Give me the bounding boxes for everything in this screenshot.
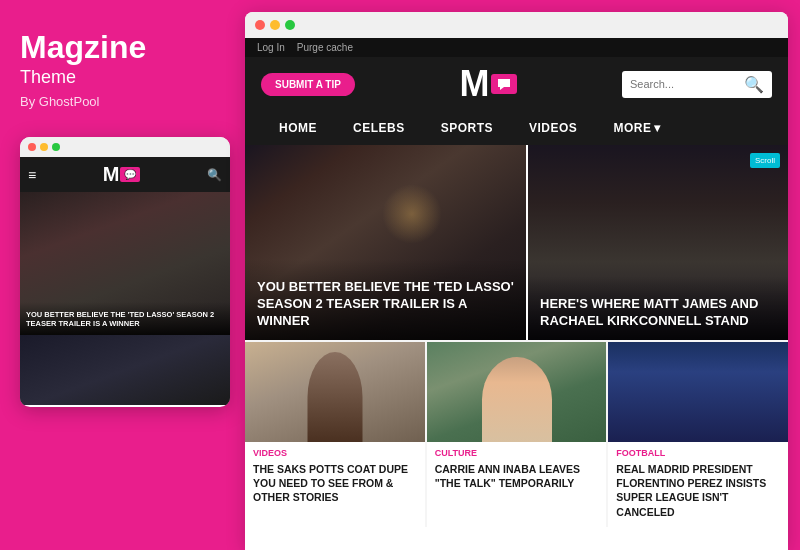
topbar-login[interactable]: Log In [257, 42, 285, 53]
browser-chrome-bar [245, 12, 788, 38]
card-3-players [608, 342, 788, 442]
browser-dot-yellow [270, 20, 280, 30]
site-logo: M [459, 63, 517, 105]
site-navigation: HOME CELEBS SPORTS VIDEOS MORE ▾ [245, 111, 788, 145]
mini-dot-yellow [40, 143, 48, 151]
card-1-body: VIDEOS THE SAKS POTTS COAT DUPE YOU NEED… [245, 442, 425, 513]
hero-section: YOU BETTER BELIEVE THE 'TED LASSO' SEASO… [245, 145, 788, 340]
card-2[interactable]: CULTURE CARRIE ANN INABA LEAVES "THE TAL… [427, 342, 607, 527]
card-1-category: VIDEOS [253, 448, 417, 458]
main-browser: Log In Purge cache SUBMIT A TIP M [245, 12, 788, 550]
hero-left-article[interactable]: YOU BETTER BELIEVE THE 'TED LASSO' SEASO… [245, 145, 526, 340]
mini-hero-image: YOU BETTER BELIEVE THE 'TED LASSO' SEASO… [20, 192, 230, 335]
mini-second-overlay [20, 397, 230, 405]
mini-site: ≡ M 💬 🔍 YOU BETTER BELIEVE THE 'TED LASS… [20, 157, 230, 405]
mini-logo-letter: M [103, 163, 120, 186]
card-1-title: THE SAKS POTTS COAT DUPE YOU NEED TO SEE… [253, 462, 417, 505]
brand-title: Magzine [20, 30, 225, 65]
mini-second-image [20, 335, 230, 405]
player-figure-4 [721, 378, 739, 438]
site-topbar: Log In Purge cache [245, 38, 788, 57]
card-2-title: CARRIE ANN INABA LEAVES "THE TALK" TEMPO… [435, 462, 599, 490]
mini-logo-chat-icon: 💬 [120, 167, 140, 182]
player-figure-1 [658, 378, 676, 438]
mini-logo: M 💬 [103, 163, 141, 186]
topbar-purge[interactable]: Purge cache [297, 42, 353, 53]
browser-dot-red [255, 20, 265, 30]
mini-nav: ≡ M 💬 🔍 [20, 157, 230, 192]
card-3-body: FOOTBALL REAL MADRID PRESIDENT FLORENTIN… [608, 442, 788, 527]
nav-sports[interactable]: SPORTS [423, 111, 511, 145]
nav-celebs[interactable]: CELEBS [335, 111, 423, 145]
logo-letter-m: M [459, 63, 489, 105]
hero-right-title: HERE'S WHERE MATT JAMES AND RACHAEL KIRK… [540, 296, 776, 330]
logo-chat-icon [491, 74, 517, 94]
brand-by: By GhostPool [20, 94, 225, 109]
mini-search-icon: 🔍 [207, 168, 222, 182]
search-icon: 🔍 [744, 75, 764, 94]
card-1[interactable]: VIDEOS THE SAKS POTTS COAT DUPE YOU NEED… [245, 342, 425, 527]
card-2-category: CULTURE [435, 448, 599, 458]
mini-dot-green [52, 143, 60, 151]
card-3[interactable]: FOOTBALL REAL MADRID PRESIDENT FLORENTIN… [608, 342, 788, 527]
hero-left-overlay: YOU BETTER BELIEVE THE 'TED LASSO' SEASO… [245, 259, 526, 340]
search-input[interactable] [630, 78, 738, 90]
mini-hero-title: YOU BETTER BELIEVE THE 'TED LASSO' SEASO… [26, 310, 224, 330]
card-3-category: FOOTBALL [616, 448, 780, 458]
site-header: Log In Purge cache SUBMIT A TIP M [245, 38, 788, 145]
search-box[interactable]: 🔍 [622, 71, 772, 98]
hero-badge: Scroll [750, 153, 780, 168]
card-3-image [608, 342, 788, 442]
topbar-links: Log In Purge cache [257, 42, 353, 53]
mini-hamburger-icon: ≡ [28, 167, 36, 183]
submit-tip-button[interactable]: SUBMIT A TIP [261, 73, 355, 96]
site-header-main: SUBMIT A TIP M 🔍 [245, 57, 788, 111]
mini-browser-preview: ≡ M 💬 🔍 YOU BETTER BELIEVE THE 'TED LASS… [20, 137, 230, 407]
hero-right-article[interactable]: Scroll HERE'S WHERE MATT JAMES AND RACHA… [528, 145, 788, 340]
mini-browser-bar [20, 137, 230, 157]
player-figure-2 [679, 378, 697, 438]
nav-home[interactable]: HOME [261, 111, 335, 145]
card-1-image [245, 342, 425, 442]
mini-hero-overlay: YOU BETTER BELIEVE THE 'TED LASSO' SEASO… [20, 302, 230, 336]
card-2-body: CULTURE CARRIE ANN INABA LEAVES "THE TAL… [427, 442, 607, 498]
hero-left-title: YOU BETTER BELIEVE THE 'TED LASSO' SEASO… [257, 279, 514, 330]
nav-more[interactable]: MORE ▾ [595, 111, 679, 145]
left-panel: Magzine Theme By GhostPool ≡ M 💬 🔍 YOU B… [0, 0, 245, 550]
player-figure-3 [700, 378, 718, 438]
brand-subtitle: Theme [20, 67, 225, 88]
mini-dot-red [28, 143, 36, 151]
chevron-down-icon: ▾ [654, 121, 661, 135]
browser-site-content: Log In Purge cache SUBMIT A TIP M [245, 38, 788, 550]
browser-dot-green [285, 20, 295, 30]
card-3-title: REAL MADRID PRESIDENT FLORENTINO PEREZ I… [616, 462, 780, 519]
hero-right-overlay: HERE'S WHERE MATT JAMES AND RACHAEL KIRK… [528, 276, 788, 340]
card-2-image [427, 342, 607, 442]
cards-section: VIDEOS THE SAKS POTTS COAT DUPE YOU NEED… [245, 340, 788, 527]
nav-videos[interactable]: VIDEOS [511, 111, 595, 145]
